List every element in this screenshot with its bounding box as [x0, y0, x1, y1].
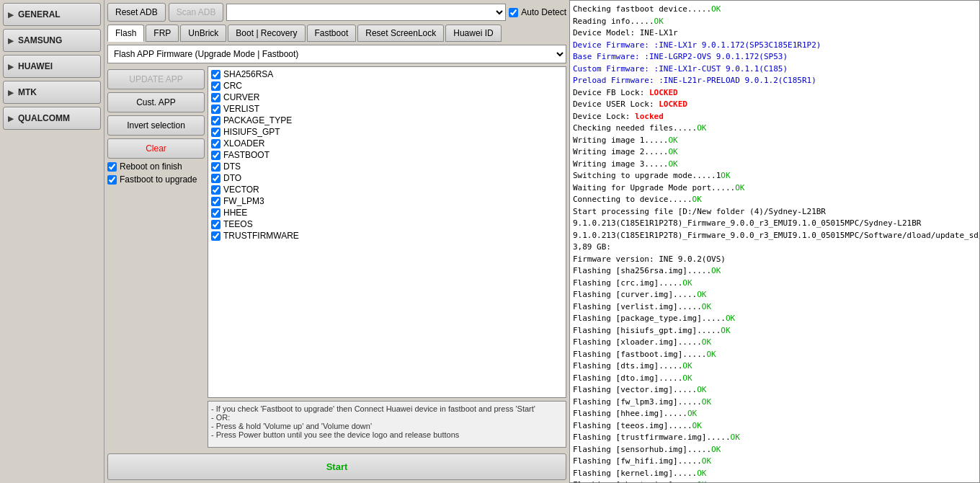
left-controls: UPDATE APP Cust. APP Invert selection Cl…	[107, 66, 205, 448]
log-line: Flashing [crc.img].....OK	[573, 278, 976, 290]
log-line: Flashing [vector.img].....OK	[573, 384, 976, 396]
sidebar-item-general[interactable]: ▶ GENERAL	[3, 3, 101, 26]
partition-item: XLOADER	[210, 138, 564, 149]
partition-checkbox[interactable]	[211, 139, 220, 149]
arrow-icon: ▶	[8, 89, 14, 97]
partition-checkbox[interactable]	[211, 70, 220, 79]
partition-checkbox[interactable]	[211, 116, 220, 125]
partition-checkbox[interactable]	[211, 162, 220, 172]
sidebar-item-samsung[interactable]: ▶ SAMSUNG	[3, 29, 101, 52]
log-line: Reading info.....OK	[573, 16, 976, 28]
reboot-on-finish-row: Reboot on finish	[107, 161, 205, 172]
tab-reset_screenlock[interactable]: Reset ScreenLock	[357, 25, 444, 42]
partition-item: FW_LPM3	[210, 195, 564, 207]
sidebar-item-label: HUAWEI	[18, 61, 53, 71]
log-line: Device FB Lock: LOCKED	[573, 87, 976, 99]
tab-unbrick[interactable]: UnBrick	[180, 25, 226, 42]
partition-item: VERLIST	[210, 103, 564, 115]
partition-name: TEEOS	[223, 219, 253, 229]
log-line: Device USER Lock: LOCKED	[573, 99, 976, 111]
partition-item: CRC	[210, 80, 564, 92]
sidebar-item-huawei[interactable]: ▶ HUAWEI	[3, 55, 101, 78]
partition-checkbox[interactable]	[211, 208, 220, 218]
partition-name: XLOADER	[223, 138, 264, 149]
log-line: Flashing [vbmeta.img].....OK	[573, 479, 976, 483]
partition-checkbox[interactable]	[211, 231, 220, 241]
partition-name: CURVER	[223, 92, 259, 102]
partition-item: PACKAGE_TYPE	[210, 115, 564, 126]
log-line: Flashing [sensorhub.img].....OK	[573, 444, 976, 456]
clear-button[interactable]: Clear	[107, 138, 205, 159]
log-panel: Checking fastboot device.....OKReading i…	[569, 0, 980, 483]
partition-checkbox[interactable]	[211, 185, 220, 195]
log-line: Preload Firmware: :INE-L21r-PRELOAD 9.0.…	[573, 75, 976, 87]
main-panel: Reset ADB Scan ADB Auto Detect FlashFRPU…	[104, 0, 569, 483]
fastboot-upgrade-row: Fastboot to upgrade	[107, 174, 205, 185]
partition-item: TRUSTFIRMWARE	[210, 230, 564, 241]
partition-checkbox[interactable]	[211, 81, 220, 91]
tab-huawei_id[interactable]: Huawei ID	[445, 25, 501, 42]
start-button-area: Start	[107, 453, 566, 480]
partition-name: DTS	[223, 161, 241, 172]
partition-item: HHEE	[210, 207, 564, 218]
log-line: Flashing [fw_hifi.img].....OK	[573, 456, 976, 468]
partition-checkbox[interactable]	[211, 174, 220, 183]
partition-checkbox[interactable]	[211, 197, 220, 206]
partition-item: FASTBOOT	[210, 149, 564, 161]
arrow-icon: ▶	[8, 11, 14, 19]
sidebar-item-label: MTK	[18, 87, 37, 97]
invert-selection-button[interactable]: Invert selection	[107, 115, 205, 136]
partition-checkbox[interactable]	[211, 220, 220, 229]
instruction-line: - If you check 'Fastboot to upgrade' the…	[211, 404, 563, 413]
partition-item: VECTOR	[210, 184, 564, 195]
partition-name: CRC	[223, 81, 242, 91]
partition-name: HHEE	[223, 208, 247, 218]
log-line: Flashing [teeos.img].....OK	[573, 420, 976, 433]
tab-flash[interactable]: Flash	[107, 25, 144, 42]
start-button[interactable]: Start	[107, 453, 566, 480]
partition-checkbox[interactable]	[211, 105, 220, 114]
sidebar-item-qualcomm[interactable]: ▶ QUALCOMM	[3, 107, 101, 130]
log-line: Flashing [hhee.img].....OK	[573, 408, 976, 420]
partition-checkbox[interactable]	[211, 128, 220, 137]
auto-detect-checkbox[interactable]	[509, 8, 518, 17]
log-line: Flashing [package_type.img].....OK	[573, 313, 976, 325]
reset-adb-button[interactable]: Reset ADB	[107, 3, 166, 22]
log-line: Firmware version: INE 9.0.2(OVS)	[573, 254, 976, 266]
port-select[interactable]	[226, 4, 506, 21]
log-line: Flashing [verlist.img].....OK	[573, 301, 976, 314]
tab-bar: FlashFRPUnBrickBoot | RecoveryFastbootRe…	[107, 25, 566, 42]
partition-checkbox[interactable]	[211, 93, 220, 102]
partition-checkbox[interactable]	[211, 151, 220, 160]
fastboot-upgrade-label: Fastboot to upgrade	[120, 174, 197, 185]
sidebar-item-mtk[interactable]: ▶ MTK	[3, 81, 101, 104]
arrow-icon: ▶	[8, 115, 14, 123]
fastboot-upgrade-checkbox[interactable]	[107, 175, 117, 185]
mode-select[interactable]: Flash APP Firmware (Upgrade Mode | Fastb…	[107, 45, 566, 63]
log-line: Start processing file [D:/New folder (4)…	[573, 206, 976, 254]
partition-item: SHA256RSA	[210, 68, 564, 80]
tab-boot___recovery[interactable]: Boot | Recovery	[228, 25, 305, 42]
cust-app-button[interactable]: Cust. APP	[107, 92, 205, 112]
partition-name: SHA256RSA	[223, 69, 273, 79]
scan-adb-button[interactable]: Scan ADB	[169, 3, 224, 22]
tab-frp[interactable]: FRP	[146, 25, 179, 42]
log-line: Switching to upgrade mode.....1OK	[573, 170, 976, 182]
log-line: Waiting for Upgrade Mode port.....OK	[573, 182, 976, 195]
partition-item: DTS	[210, 161, 564, 172]
log-line: Flashing [dts.img].....OK	[573, 360, 976, 373]
partition-item: DTO	[210, 172, 564, 184]
update-app-button[interactable]: UPDATE APP	[107, 69, 205, 89]
log-line: Checking fastboot device.....OK	[573, 4, 976, 16]
reboot-on-finish-checkbox[interactable]	[107, 162, 117, 172]
partition-name: FW_LPM3	[223, 196, 264, 206]
tab-fastboot[interactable]: Fastboot	[307, 25, 357, 42]
log-line: Connecting to device.....OK	[573, 194, 976, 206]
reboot-on-finish-label: Reboot on finish	[120, 161, 182, 172]
instructions-panel: - If you check 'Fastboot to upgrade' the…	[208, 401, 566, 448]
log-line: Flashing [curver.img].....OK	[573, 289, 976, 301]
log-line: Flashing [kernel.img].....OK	[573, 468, 976, 480]
log-line: Writing image 2.....OK	[573, 146, 976, 159]
arrow-icon: ▶	[8, 37, 14, 45]
sidebar-item-label: GENERAL	[18, 9, 61, 19]
